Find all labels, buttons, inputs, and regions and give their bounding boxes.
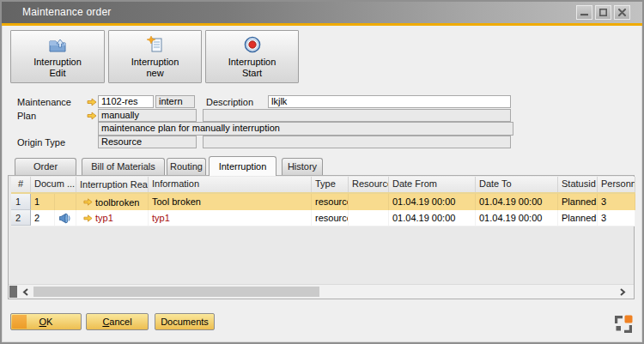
col-header-type[interactable]: Type — [312, 177, 349, 192]
statusid-cell[interactable]: Planned — [558, 210, 598, 226]
chevron-right-icon — [620, 288, 626, 296]
col-header-resource[interactable]: Resource — [349, 177, 389, 192]
description-field[interactable]: lkjlk — [268, 95, 511, 108]
origin-type-label: Origin Type — [17, 137, 65, 148]
information-cell[interactable]: typ1 — [149, 210, 312, 226]
record-start-icon — [244, 36, 261, 53]
reason-cell[interactable]: typ1 — [76, 210, 149, 226]
origin-type-extra-field — [203, 136, 511, 148]
interruption-start-label-line1: Interruption — [228, 57, 276, 68]
document-cell[interactable]: 1 — [31, 194, 55, 210]
reason-cell[interactable]: toolbroken — [76, 194, 149, 210]
documents-label: Documents — [161, 317, 209, 327]
minimize-icon — [580, 9, 588, 16]
tab-routing[interactable]: Routing — [167, 158, 206, 176]
plan-description-field: maintenance plan for manually interrupti… — [98, 122, 513, 136]
maintenance-type-field: intern — [155, 95, 195, 108]
table-header-row[interactable]: # Docum ... Interruption Reaso Informati… — [11, 177, 635, 194]
col-header-date-from[interactable]: Date From — [389, 177, 476, 192]
ok-label-rest: K — [46, 317, 52, 327]
interruption-table: # Docum ... Interruption Reaso Informati… — [11, 177, 635, 226]
description-label: Description — [206, 97, 253, 107]
personnel-cell[interactable]: 3 — [598, 210, 635, 226]
cancel-button[interactable]: Cancel — [86, 313, 149, 330]
date-from-cell[interactable]: 01.04.19 00:00 — [389, 194, 476, 210]
interruption-edit-button[interactable]: Interruption Edit — [10, 30, 105, 83]
information-cell[interactable]: Tool broken — [149, 194, 312, 210]
tab-history[interactable]: History — [282, 158, 323, 176]
interruption-start-label-line2: Start — [228, 68, 276, 79]
type-cell[interactable]: resource — [312, 210, 349, 226]
origin-type-field: Resource — [98, 136, 197, 148]
link-arrow-icon[interactable] — [83, 197, 93, 207]
reason-text: typ1 — [95, 210, 113, 226]
interruption-grid-panel: # Docum ... Interruption Reaso Informati… — [8, 175, 635, 299]
reason-text: toolbroken — [95, 195, 139, 210]
tab-interruption[interactable]: Interruption — [209, 156, 276, 176]
statusid-cell[interactable]: Planned — [558, 194, 598, 210]
maintenance-order-window: Maintenance order Interruption Edit — [0, 0, 644, 344]
alert-icon-cell — [55, 210, 76, 226]
plan-field: manually — [98, 109, 197, 122]
col-header-statusid[interactable]: Statusid — [558, 177, 598, 192]
personnel-cell[interactable]: 3 — [598, 194, 635, 210]
interruption-new-label-line1: Interruption — [131, 57, 179, 68]
interruption-start-button[interactable]: Interruption Start — [205, 30, 299, 83]
interruption-edit-label-line2: Edit — [33, 68, 82, 79]
megaphone-icon — [58, 213, 72, 224]
resource-cell[interactable] — [349, 194, 389, 210]
documents-button[interactable]: Documents — [155, 313, 215, 330]
maximize-button[interactable] — [595, 5, 611, 20]
maintenance-label: Maintenance — [17, 97, 71, 107]
resize-grip-icon[interactable] — [613, 314, 634, 335]
maintenance-link-arrow-icon[interactable] — [87, 97, 97, 107]
table-row[interactable]: 1 1 toolbroken Tool broken resource 01.0… — [11, 194, 635, 210]
accent-bar — [2, 23, 642, 26]
horizontal-scrollbar[interactable] — [9, 284, 634, 299]
ok-default-strip — [12, 315, 27, 329]
tab-bill-of-materials[interactable]: Bill of Materials — [82, 158, 165, 176]
interruption-edit-label-line1: Interruption — [33, 57, 82, 68]
document-cell[interactable]: 2 — [31, 210, 55, 226]
row-number-cell[interactable]: 1 — [11, 194, 31, 210]
maintenance-code-field[interactable]: 1102-res — [98, 95, 154, 108]
col-header-document[interactable]: Docum ... — [31, 177, 76, 192]
cancel-label-rest: ancel — [109, 317, 131, 327]
scrollbar-thumb[interactable] — [33, 287, 319, 297]
folder-edit-icon — [48, 36, 67, 53]
ok-label-mnemonic: O — [39, 317, 47, 327]
date-from-cell[interactable]: 01.04.19 00:00 — [389, 210, 476, 226]
close-icon — [618, 9, 626, 16]
window-title: Maintenance order — [22, 6, 111, 18]
col-header-information[interactable]: Information — [149, 177, 312, 192]
link-arrow-icon[interactable] — [83, 214, 93, 223]
type-cell[interactable]: resource — [312, 194, 349, 210]
col-header-num[interactable]: # — [11, 177, 31, 192]
scroll-right-button[interactable] — [617, 287, 628, 297]
close-button[interactable] — [614, 5, 630, 20]
row-number-cell[interactable]: 2 — [11, 210, 31, 226]
interruption-new-button[interactable]: Interruption new — [108, 30, 202, 83]
interruption-new-label-line2: new — [131, 68, 179, 79]
col-header-reason[interactable]: Interruption Reaso — [76, 177, 149, 192]
scrollbar-splitter-handle[interactable] — [9, 286, 17, 298]
plan-link-arrow-icon[interactable] — [87, 111, 97, 121]
resource-cell[interactable] — [349, 210, 389, 226]
chevron-left-icon — [22, 288, 28, 296]
scroll-left-button[interactable] — [20, 287, 30, 297]
alert-icon-cell — [55, 194, 76, 210]
tab-order[interactable]: Order — [15, 158, 76, 176]
table-row[interactable]: 2 2 typ1 typ1 resource — [11, 210, 635, 226]
col-header-personnel[interactable]: Personn — [598, 177, 635, 192]
col-header-date-to[interactable]: Date To — [476, 177, 558, 192]
date-to-cell[interactable]: 01.04.19 00:00 — [476, 210, 558, 226]
title-bar[interactable]: Maintenance order — [2, 2, 642, 23]
date-to-cell[interactable]: 01.04.19 00:00 — [476, 194, 558, 210]
minimize-button[interactable] — [576, 5, 592, 20]
new-document-icon — [146, 36, 165, 53]
ok-button[interactable]: OK — [10, 313, 82, 330]
plan-label: Plan — [17, 111, 36, 121]
plan-extra-field — [203, 109, 511, 122]
maximize-icon — [599, 9, 607, 16]
